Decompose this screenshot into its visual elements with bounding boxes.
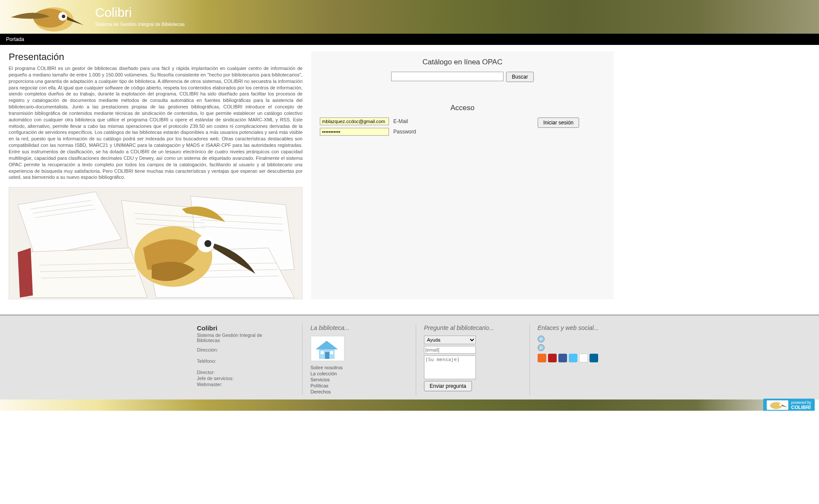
main-content: Presentación El programa COLIBRI es un g… xyxy=(0,45,819,306)
webmaster-label: Webmaster: xyxy=(197,382,282,387)
app-subtitle: Sistema de Gestión Integral de Bibliotec… xyxy=(95,22,185,27)
jefe-label: Jefe de servicios: xyxy=(197,376,282,381)
opac-heading: Catálogo en línea OPAC xyxy=(320,58,605,67)
facebook-icon[interactable] xyxy=(558,354,567,362)
director-label: Director: xyxy=(197,370,282,375)
login-button[interactable]: Iniciar sesión xyxy=(538,117,579,128)
password-field[interactable] xyxy=(320,128,389,136)
opac-search-button[interactable]: Buscar xyxy=(506,72,533,82)
direccion-label: Dirección: xyxy=(197,347,282,352)
powered-text: powered by xyxy=(791,400,811,405)
link-coleccion[interactable]: La colección xyxy=(310,371,395,376)
svg-rect-32 xyxy=(321,351,324,354)
hero-image xyxy=(9,187,303,299)
opac-search-row: Buscar xyxy=(320,72,605,82)
footer-subtitle: Sistema de Gestión Integral de Bibliotec… xyxy=(197,333,282,343)
svg-marker-10 xyxy=(18,248,33,298)
powered-by-badge[interactable]: powered by COLIBRÍ xyxy=(763,399,815,411)
link-servicios[interactable]: Servicios xyxy=(310,377,395,382)
svg-point-28 xyxy=(204,240,211,247)
footer-col-library: La biblioteca... Sobre nosotros La colec… xyxy=(302,324,403,395)
bottom-bar: powered by COLIBRÍ xyxy=(0,399,819,411)
access-heading: Acceso xyxy=(320,104,605,112)
link-derechos[interactable]: Derechos xyxy=(310,389,395,394)
left-column: Presentación El programa COLIBRI es un g… xyxy=(9,51,311,299)
footer: Colibri Sistema de Gestión Integral de B… xyxy=(0,314,819,399)
presentation-heading: Presentación xyxy=(9,51,303,63)
nav-bar: Portada xyxy=(0,34,819,45)
footer-title: Colibri xyxy=(197,324,282,332)
nav-portada[interactable]: Portada xyxy=(0,34,30,45)
logo xyxy=(6,0,84,34)
access-form: E-Mail Password Iniciar sesión xyxy=(320,117,605,136)
footer-col-info: Colibri Sistema de Gestión Integral de B… xyxy=(189,324,290,395)
password-label: Password xyxy=(393,129,416,135)
powered-logo-icon xyxy=(767,400,788,410)
opac-search-input[interactable] xyxy=(391,72,504,81)
header-title-block: Colibri Sistema de Gestión Integral de B… xyxy=(95,5,185,27)
svg-marker-29 xyxy=(315,341,338,349)
link-politicas[interactable]: Políticas xyxy=(310,383,395,388)
ask-topic-select[interactable]: Ayuda xyxy=(424,336,476,344)
social-icons xyxy=(538,354,622,362)
house-icon xyxy=(310,336,345,361)
ask-heading: Pregunte al bibliotecario... xyxy=(424,324,509,331)
presentation-body: El programa COLIBRI es un gestor de bibl… xyxy=(9,65,303,181)
youtube-icon[interactable] xyxy=(548,354,557,362)
telefono-label: Teléfono: xyxy=(197,358,282,364)
globe-icon[interactable] xyxy=(538,344,545,351)
svg-rect-33 xyxy=(330,351,333,354)
svg-point-3 xyxy=(62,15,65,18)
header: Colibri Sistema de Gestión Integral de B… xyxy=(0,0,819,34)
svg-point-35 xyxy=(779,403,782,406)
footer-col-social: Enlaces y web social... xyxy=(529,324,630,395)
flickr-icon[interactable] xyxy=(579,354,588,362)
svg-rect-31 xyxy=(325,352,329,359)
globe-icon[interactable] xyxy=(538,336,545,342)
app-title: Colibri xyxy=(95,5,185,20)
email-field[interactable] xyxy=(320,117,389,125)
powered-brand: COLIBRÍ xyxy=(791,405,811,410)
twitter-icon[interactable] xyxy=(569,354,577,362)
linkedin-icon[interactable] xyxy=(590,354,598,362)
ask-send-button[interactable]: Enviar pregunta xyxy=(424,381,472,391)
ask-message-input[interactable] xyxy=(424,355,476,379)
right-column: Catálogo en línea OPAC Buscar Acceso E-M… xyxy=(311,51,614,299)
svg-marker-8 xyxy=(22,248,147,298)
footer-col-ask: Pregunte al bibliotecario... Ayuda Envia… xyxy=(416,324,516,395)
ask-email-input[interactable] xyxy=(424,346,476,354)
blogger-icon[interactable] xyxy=(538,354,546,362)
link-sobre-nosotros[interactable]: Sobre nosotros xyxy=(310,365,395,370)
library-heading: La biblioteca... xyxy=(310,324,395,331)
social-heading: Enlaces y web social... xyxy=(538,324,622,331)
email-label: E-Mail xyxy=(393,118,408,124)
